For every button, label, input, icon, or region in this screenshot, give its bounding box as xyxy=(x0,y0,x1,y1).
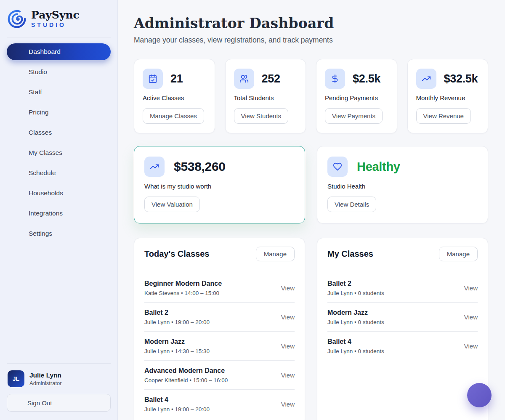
sidebar-item-label: Integrations xyxy=(29,210,63,217)
view-link[interactable]: View xyxy=(464,284,478,292)
class-title: Modern Jazz xyxy=(144,338,210,346)
class-meta: Julie Lynn • 0 students xyxy=(327,290,384,296)
app-root: PaySync STUDIO DashboardStudioStaffPrici… xyxy=(0,0,505,420)
view-payments-button[interactable]: View Payments xyxy=(325,108,383,124)
gear-icon xyxy=(13,229,22,238)
view-valuation-button[interactable]: View Valuation xyxy=(144,197,200,212)
stat-label: Monthly Revenue xyxy=(416,94,480,101)
class-row: Ballet 2Julie Lynn • 0 studentsView xyxy=(327,274,478,303)
highlight-card-studio-health: HealthyStudio HealthView Details xyxy=(317,146,488,223)
sidebar-item-label: Settings xyxy=(29,230,52,237)
sign-out-button[interactable]: Sign Out xyxy=(7,394,111,412)
sidebar-item-label: Dashboard xyxy=(29,48,61,56)
stat-value: $2.5k xyxy=(353,72,380,85)
class-title: Ballet 2 xyxy=(144,309,210,316)
view-link[interactable]: View xyxy=(281,284,295,292)
trending-up-icon xyxy=(144,157,165,177)
view-details-button[interactable]: View Details xyxy=(327,197,376,212)
users-icon xyxy=(234,69,254,89)
view-students-button[interactable]: View Students xyxy=(234,108,289,124)
view-link[interactable]: View xyxy=(281,314,295,321)
sidebar-item-label: Studio xyxy=(29,68,47,76)
user-name: Julie Lynn xyxy=(29,372,62,379)
sidebar-item-settings[interactable]: Settings xyxy=(7,225,111,242)
class-row: Ballet 4Julie Lynn • 19:00 – 20:00View xyxy=(144,390,295,418)
stat-value: $32.5k xyxy=(444,72,478,85)
panel-title: Today's Classes xyxy=(144,249,209,259)
view-link[interactable]: View xyxy=(281,401,295,408)
view-link[interactable]: View xyxy=(281,372,295,379)
class-title: Modern Jazz xyxy=(327,309,384,316)
class-row: Ballet 2Julie Lynn • 19:00 – 20:00View xyxy=(144,303,295,332)
sidebar-item-studio[interactable]: Studio xyxy=(7,64,111,80)
class-row: Beginner Modern DanceKatie Stevens • 14:… xyxy=(144,274,295,303)
sidebar-item-classes[interactable]: Classes xyxy=(7,124,111,141)
stat-card-monthly-revenue: $32.5kMonthly RevenueView Revenue xyxy=(407,59,489,133)
spiral-logo-icon xyxy=(8,9,27,29)
stats-grid: 21Active ClassesManage Classes252Total S… xyxy=(134,59,488,133)
sidebar-nav: DashboardStudioStaffPricingClassesMy Cla… xyxy=(7,43,111,242)
page-subtitle: Manage your classes, view registrations,… xyxy=(134,36,488,45)
drama-masks-icon xyxy=(13,68,22,76)
class-title: Ballet 2 xyxy=(327,280,384,287)
sidebar-spacer xyxy=(7,242,111,363)
sidebar-item-label: Staff xyxy=(29,88,42,96)
profile-block: JL Julie Lynn Administrator Sign Out xyxy=(7,363,111,412)
class-row: Modern JazzJulie Lynn • 0 studentsView xyxy=(327,303,478,332)
sidebar-item-pricing[interactable]: Pricing xyxy=(7,104,111,121)
stat-value: 252 xyxy=(262,72,280,85)
view-link[interactable]: View xyxy=(464,343,478,350)
class-meta: Julie Lynn • 0 students xyxy=(327,319,384,325)
calendar-days-icon xyxy=(13,169,22,177)
stat-label: Active Classes xyxy=(143,94,206,101)
view-link[interactable]: View xyxy=(281,343,295,350)
page-title: Administrator Dashboard xyxy=(134,15,488,32)
class-title: Ballet 4 xyxy=(327,338,384,346)
highlight-value: $538,260 xyxy=(174,159,226,174)
panel-title: My Classes xyxy=(327,249,373,259)
stat-label: Total Students xyxy=(234,94,298,101)
view-link[interactable]: View xyxy=(464,314,478,321)
sidebar: PaySync STUDIO DashboardStudioStaffPrici… xyxy=(0,0,118,420)
sidebar-item-integrations[interactable]: Integrations xyxy=(7,205,111,222)
sidebar-item-dashboard[interactable]: Dashboard xyxy=(7,43,111,60)
brand-logo: PaySync STUDIO xyxy=(7,8,111,29)
avatar: JL xyxy=(8,370,24,387)
sign-out-label: Sign Out xyxy=(27,399,52,407)
manage-button[interactable]: Manage xyxy=(439,247,478,261)
chat-bot-fab[interactable] xyxy=(467,383,492,407)
class-title: Ballet 4 xyxy=(144,396,210,404)
dashboard-icon xyxy=(13,48,22,56)
user-profile: JL Julie Lynn Administrator xyxy=(7,370,111,387)
panel-my-classes: My ClassesManageBallet 2Julie Lynn • 0 s… xyxy=(317,238,488,420)
bot-icon xyxy=(474,390,484,400)
manage-button[interactable]: Manage xyxy=(256,247,295,261)
class-meta: Julie Lynn • 14:30 – 15:30 xyxy=(144,348,210,354)
view-revenue-button[interactable]: View Revenue xyxy=(416,108,471,124)
sidebar-item-my-classes[interactable]: My Classes xyxy=(7,144,111,161)
sidebar-item-label: Schedule xyxy=(29,169,56,177)
calendar-icon xyxy=(13,128,22,137)
stat-card-pending-payments: $2.5kPending PaymentsView Payments xyxy=(316,59,397,133)
class-row: Modern JazzJulie Lynn • 14:30 – 15:30Vie… xyxy=(144,332,295,361)
class-row: Advanced Modern DanceCooper Kitenfield •… xyxy=(144,361,295,390)
class-meta: Julie Lynn • 19:00 – 20:00 xyxy=(144,406,210,412)
class-meta: Cooper Kitenfield • 15:00 – 16:00 xyxy=(144,377,228,383)
manage-classes-button[interactable]: Manage Classes xyxy=(143,108,204,124)
brand-subtitle: STUDIO xyxy=(31,21,80,28)
sidebar-item-schedule[interactable]: Schedule xyxy=(7,165,111,181)
stat-label: Pending Payments xyxy=(325,94,388,101)
sidebar-item-staff[interactable]: Staff xyxy=(7,84,111,101)
stat-card-active-classes: 21Active ClassesManage Classes xyxy=(134,59,215,133)
sidebar-item-label: My Classes xyxy=(29,149,62,157)
panel-today-s-classes: Today's ClassesManageBeginner Modern Dan… xyxy=(134,238,305,420)
sidebar-item-households[interactable]: Households xyxy=(7,185,111,202)
highlight-label: Studio Health xyxy=(327,183,478,190)
brand-name: PaySync xyxy=(31,10,80,21)
dollar-icon xyxy=(325,69,345,89)
highlight-card-what-is-my-studio-worth: $538,260What is my studio worthView Valu… xyxy=(134,146,305,223)
highlight-label: What is my studio worth xyxy=(144,183,295,190)
class-meta: Katie Stevens • 14:00 – 15:00 xyxy=(144,290,222,296)
heart-icon xyxy=(327,157,348,177)
class-title: Advanced Modern Dance xyxy=(144,367,228,375)
